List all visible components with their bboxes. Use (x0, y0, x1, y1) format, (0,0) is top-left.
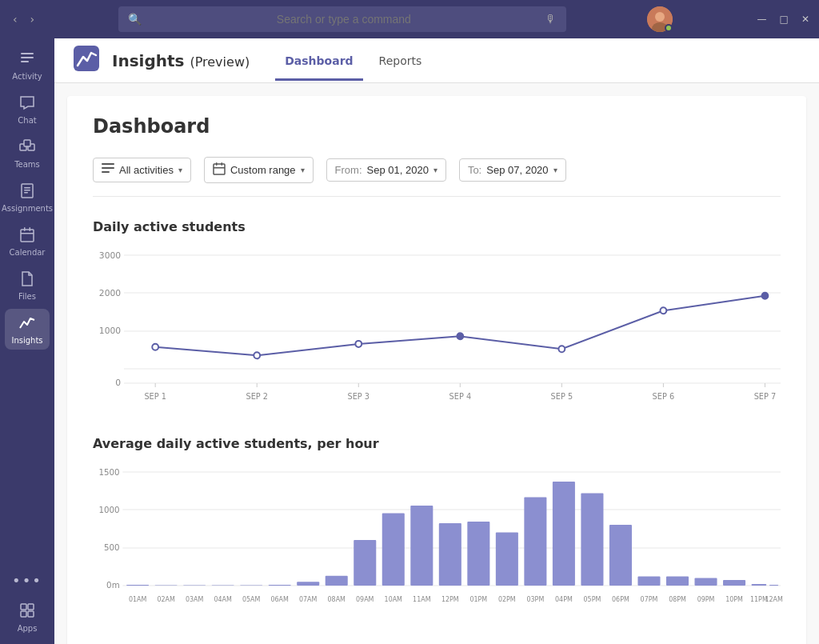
svg-rect-66 (297, 582, 319, 586)
svg-rect-60 (126, 585, 149, 586)
sidebar-item-apps[interactable]: Apps (5, 597, 50, 638)
data-point-6 (661, 307, 667, 314)
maximize-button[interactable]: □ (780, 14, 789, 25)
svg-text:07PM: 07PM (641, 595, 658, 603)
chat-icon (18, 94, 36, 114)
svg-rect-22 (102, 163, 114, 165)
sidebar-item-calendar[interactable]: Calendar (5, 221, 50, 262)
svg-text:05AM: 05AM (242, 595, 260, 603)
sidebar-label-calendar: Calendar (10, 248, 46, 257)
svg-rect-27 (216, 162, 218, 166)
apps-grid-icon (18, 602, 36, 622)
activities-filter[interactable]: All activities ▾ (93, 158, 191, 182)
svg-rect-77 (609, 525, 632, 586)
title-bar: ‹ › 🔍 🎙 — □ ✕ (0, 0, 819, 38)
to-filter-label: To: (468, 164, 481, 176)
sidebar-item-teams[interactable]: Teams (5, 133, 50, 174)
sidebar-item-chat[interactable]: Chat (5, 89, 50, 130)
sidebar-label-activity: Activity (12, 72, 42, 81)
content-area: Insights (Preview) Dashboard Reports Das… (54, 38, 819, 644)
svg-text:10PM: 10PM (725, 595, 743, 603)
minimize-button[interactable]: — (757, 14, 767, 25)
svg-rect-5 (21, 61, 29, 62)
svg-text:1500: 1500 (99, 467, 120, 478)
search-icon: 🔍 (128, 13, 142, 26)
search-input[interactable] (148, 13, 539, 26)
data-point-5 (558, 346, 565, 352)
svg-rect-61 (155, 586, 178, 586)
svg-rect-80 (695, 578, 717, 586)
svg-rect-75 (553, 482, 575, 586)
line-chart-container: 3000 2000 1000 0 (93, 247, 781, 407)
svg-rect-71 (439, 523, 461, 586)
svg-text:09PM: 09PM (697, 595, 715, 603)
svg-rect-13 (21, 230, 34, 242)
activities-filter-icon (102, 163, 114, 177)
assignments-icon (18, 182, 36, 202)
range-filter-label: Custom range (230, 164, 296, 176)
svg-rect-3 (21, 53, 34, 54)
back-button[interactable]: ‹ (10, 11, 21, 27)
svg-rect-76 (581, 494, 603, 586)
svg-text:06AM: 06AM (271, 595, 289, 603)
svg-point-1 (655, 12, 665, 22)
svg-rect-68 (354, 540, 376, 586)
svg-rect-64 (240, 586, 262, 586)
svg-rect-62 (183, 586, 206, 586)
sidebar-label-files: Files (18, 292, 36, 301)
insights-icon (18, 314, 36, 334)
to-filter[interactable]: To: Sep 07, 2020 ▾ (459, 158, 566, 182)
svg-rect-15 (24, 227, 26, 231)
svg-rect-4 (21, 57, 34, 58)
svg-text:0m: 0m (106, 580, 120, 590)
svg-text:12PM: 12PM (441, 595, 459, 603)
sidebar-label-apps: Apps (18, 624, 38, 633)
svg-text:08AM: 08AM (328, 595, 346, 603)
svg-rect-17 (21, 604, 26, 610)
sidebar-label-assignments: Assignments (2, 204, 53, 213)
sidebar-item-insights[interactable]: Insights (5, 309, 50, 350)
to-chevron-icon: ▾ (553, 166, 557, 174)
svg-rect-73 (496, 533, 518, 586)
range-filter[interactable]: Custom range ▾ (204, 157, 314, 183)
svg-rect-24 (102, 171, 110, 173)
forward-button[interactable]: › (27, 11, 38, 27)
bar-chart-title: Average daily active students, per hour (93, 436, 781, 451)
svg-rect-10 (24, 187, 30, 189)
app-header: Insights (Preview) Dashboard Reports (54, 38, 819, 83)
sidebar-more[interactable]: ••• (5, 567, 50, 594)
app-logo-icon (74, 46, 99, 75)
tab-dashboard[interactable]: Dashboard (275, 42, 362, 81)
close-button[interactable]: ✕ (801, 14, 809, 25)
svg-rect-65 (269, 585, 291, 586)
sidebar-item-activity[interactable]: Activity (5, 45, 50, 86)
svg-text:10AM: 10AM (385, 595, 402, 603)
bar-chart-container: 1500 1000 500 0m (93, 464, 781, 624)
sidebar-item-files[interactable]: Files (5, 265, 50, 306)
svg-text:500: 500 (104, 542, 120, 553)
range-filter-icon (213, 162, 226, 178)
svg-text:03PM: 03PM (527, 595, 545, 603)
svg-rect-63 (212, 586, 234, 586)
search-bar[interactable]: 🔍 🎙 (118, 6, 566, 32)
svg-rect-16 (30, 227, 31, 231)
svg-rect-81 (723, 580, 745, 586)
svg-text:SEP 4: SEP 4 (449, 392, 472, 401)
tab-reports[interactable]: Reports (370, 42, 432, 81)
svg-text:SEP 2: SEP 2 (246, 392, 268, 401)
filter-bar: All activities ▾ Custom range ▾ From: Se… (93, 157, 781, 197)
svg-rect-67 (326, 576, 348, 586)
svg-rect-28 (221, 162, 222, 166)
svg-text:SEP 5: SEP 5 (551, 392, 573, 401)
sidebar-item-assignments[interactable]: Assignments (5, 177, 50, 218)
page-content: Dashboard All activities ▾ Cus (54, 83, 819, 644)
svg-rect-83 (769, 585, 778, 586)
svg-text:08PM: 08PM (669, 595, 686, 603)
svg-text:01AM: 01AM (129, 595, 146, 603)
from-filter[interactable]: From: Sep 01, 2020 ▾ (326, 158, 446, 182)
svg-text:04AM: 04AM (214, 595, 231, 603)
avatar-wrap[interactable] (647, 6, 673, 32)
data-point-1 (152, 344, 158, 350)
svg-text:SEP 6: SEP 6 (653, 392, 675, 401)
svg-text:1000: 1000 (99, 505, 120, 515)
